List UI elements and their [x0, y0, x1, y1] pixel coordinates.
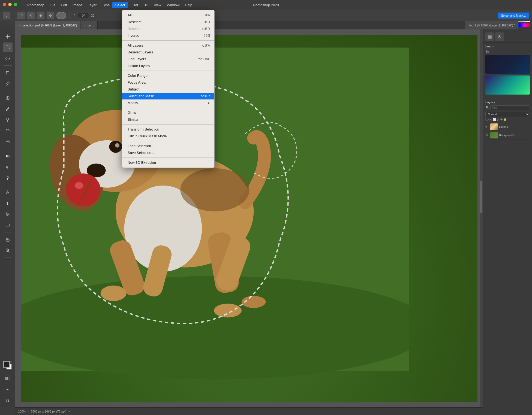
menu-item-all-layers[interactable]: All Layers ⌥⌘A — [122, 42, 214, 49]
crop-tool[interactable] — [3, 68, 13, 78]
dodge-tool[interactable] — [3, 173, 13, 183]
path-selection-tool[interactable] — [3, 209, 13, 219]
selection-tool-3[interactable]: ⊕ — [37, 12, 44, 19]
layer-item-1[interactable]: 👁 Layer 1 — [485, 123, 530, 131]
svg-point-26 — [115, 143, 119, 148]
menu-divider-2 — [122, 71, 214, 71]
menu-label-isolate-layers: Isolate Layers — [128, 64, 210, 68]
selection-tool-1[interactable]: ⬚ — [17, 12, 25, 19]
angle-input[interactable] — [78, 13, 89, 18]
menu-item-isolate-layers[interactable]: Isolate Layers — [122, 62, 214, 69]
zoom-tool[interactable] — [3, 246, 13, 255]
menu-item-inverse[interactable]: Inverse ⇧⌘I — [122, 32, 214, 39]
brush-tool[interactable] — [3, 104, 13, 114]
zoom-level: 100% — [18, 410, 26, 413]
tab-title-1: selection.psd @ 208% (Layer 1, RGB/8*) — [22, 24, 77, 27]
menu-item-color-range[interactable]: Color Range... — [122, 72, 214, 79]
layers-panel-icon[interactable] — [485, 32, 494, 41]
menu-item-similar[interactable]: Similar — [122, 116, 214, 123]
close-button[interactable] — [3, 3, 6, 6]
menu-item-deselect[interactable]: Deselect ⌘D — [122, 19, 214, 25]
menu-item-modify[interactable]: Modify ▶ — [122, 99, 214, 106]
edit-toolbar[interactable] — [3, 395, 13, 405]
blend-mode-select[interactable]: Normal — [485, 112, 530, 117]
menu-item-find-layers[interactable]: Find Layers ⌥⇧⌘F — [122, 56, 214, 62]
scrollbar[interactable] — [480, 29, 483, 407]
menu-item-save-selection[interactable]: Save Selection... — [122, 149, 214, 156]
tab-selection-psd[interactable]: ✕ selection.psd @ 208% (Layer 1, RGB/8*) — [15, 21, 80, 29]
svg-rect-14 — [5, 377, 8, 380]
learn-card-1[interactable] — [485, 55, 530, 74]
move-tool[interactable] — [3, 32, 13, 41]
menu-divider-4 — [122, 124, 214, 125]
svg-rect-9 — [6, 224, 9, 226]
maximize-button[interactable] — [14, 3, 17, 6]
menu-item-3d-extrusion[interactable]: New 3D Extrusion — [122, 159, 214, 166]
lock-label: Lock: — [485, 118, 492, 121]
menu-item-subject[interactable]: Subject — [122, 86, 214, 93]
menu-item-grow[interactable]: Grow — [122, 109, 214, 116]
menu-item-focus-area[interactable]: Focus Area... — [122, 79, 214, 86]
menu-item-all[interactable]: All ⌘A — [122, 12, 214, 19]
healing-tool[interactable] — [3, 93, 13, 103]
foreground-color-swatch[interactable] — [3, 361, 10, 368]
kind-filter-input[interactable] — [490, 105, 530, 110]
text-tool[interactable]: T — [3, 198, 13, 208]
foreground-background-colors[interactable]: ⇄ — [3, 361, 13, 370]
more-tools[interactable]: ··· — [3, 384, 13, 394]
home-icon[interactable]: ⌂ — [3, 12, 10, 19]
quick-mask-tool[interactable] — [3, 374, 13, 383]
clone-stamp-tool[interactable] — [3, 115, 13, 125]
lock-all-icon[interactable]: 🔒 — [503, 118, 507, 121]
blur-tool[interactable] — [3, 162, 13, 172]
minimize-button[interactable] — [8, 3, 12, 6]
menu-shortcut-find-layers: ⌥⇧⌘F — [198, 57, 210, 61]
left-toolbar: T ⇄ ··· — [0, 29, 15, 407]
tab-close-1[interactable]: ✕ — [19, 24, 21, 27]
layer-visibility-1[interactable]: 👁 — [485, 125, 489, 128]
menu-item-reselect[interactable]: Reselect ⇧⌘D — [122, 25, 214, 32]
svg-point-8 — [7, 176, 8, 178]
svg-line-11 — [8, 251, 10, 252]
selection-tool-2[interactable]: ◎ — [27, 12, 35, 19]
channels-icon[interactable] — [495, 32, 504, 41]
layer-visibility-2[interactable]: 👁 — [485, 134, 489, 137]
selection-tool-4[interactable]: ⊖ — [47, 12, 54, 19]
window-title: Photoshop 2020 — [253, 3, 279, 7]
gradient-tool[interactable] — [3, 151, 13, 161]
hand-tool[interactable] — [3, 235, 13, 244]
menu-item-load-selection[interactable]: Load Selection... — [122, 143, 214, 149]
size-label: 30 — [91, 14, 94, 17]
brush-hardness[interactable] — [56, 12, 66, 19]
eraser-tool[interactable] — [3, 137, 13, 147]
status-arrow[interactable]: > — [68, 410, 70, 413]
layer-item-2[interactable]: 👁 Background — [485, 131, 530, 140]
lock-position-icon[interactable]: ✥ — [500, 118, 503, 121]
pen-tool[interactable] — [3, 187, 13, 197]
swap-colors-icon[interactable]: ⇄ — [10, 361, 13, 363]
menu-label-subject: Subject — [128, 87, 210, 91]
select-and-mask-button[interactable]: Select and Mask... — [498, 13, 530, 19]
canvas-container[interactable] — [21, 35, 477, 402]
scrollbar-thumb[interactable] — [480, 181, 482, 213]
svg-point-30 — [101, 286, 127, 301]
tab-close-2[interactable]: ✕ — [84, 24, 86, 27]
learn-title: Learn — [485, 45, 530, 48]
lock-image-icon[interactable]: 🖌 — [497, 118, 500, 121]
eyedropper-tool[interactable] — [3, 79, 13, 89]
menu-label-select-and-mask: Select and Mask... — [128, 94, 200, 98]
rectangle-tool[interactable] — [3, 220, 13, 230]
angle-label: ∠ — [73, 14, 76, 17]
lock-transparent-icon[interactable]: ⬜ — [493, 118, 496, 121]
tab-quick[interactable]: ✕ qui... — [80, 21, 98, 29]
svg-point-36 — [180, 168, 249, 211]
menu-item-transform-selection[interactable]: Transform Selection — [122, 126, 214, 133]
menu-item-quick-mask[interactable]: Edit in Quick Mask Mode — [122, 133, 214, 140]
menu-item-select-and-mask[interactable]: Select and Mask... ⌥⌘R — [122, 93, 214, 99]
lasso-tool[interactable] — [3, 53, 13, 63]
history-brush-tool[interactable] — [3, 126, 13, 136]
marquee-tool[interactable] — [3, 43, 13, 52]
menu-section-1: All ⌘A Deselect ⌘D Reselect ⇧⌘D Inverse … — [122, 11, 214, 40]
learn-card-2[interactable] — [485, 75, 530, 95]
menu-item-deselect-layers[interactable]: Deselect Layers — [122, 49, 214, 56]
